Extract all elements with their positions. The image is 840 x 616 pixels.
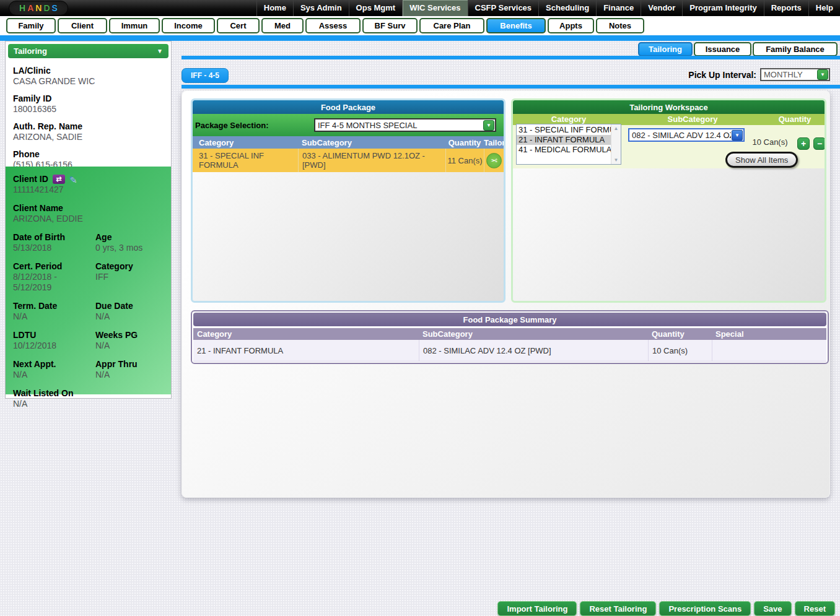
dropdown-arrow-icon[interactable]: ▼ — [817, 69, 828, 80]
tab-benefits[interactable]: Benefits — [486, 18, 546, 33]
swap-client-icon[interactable]: ⇄ — [53, 175, 65, 184]
logo-letter: N — [35, 3, 42, 13]
row-tailor-cell: ✂ — [484, 149, 504, 172]
field-label: Cert. Period — [13, 261, 95, 272]
nav-finance[interactable]: Finance — [596, 0, 641, 16]
nav-program-integrity[interactable]: Program Integrity — [682, 0, 763, 16]
nav-reports[interactable]: Reports — [764, 0, 808, 16]
field-label: Family ID — [13, 93, 164, 104]
benefit-view-tabs: Tailoring Issuance Family Balance — [638, 42, 838, 56]
category-option[interactable]: 31 - SPECIAL INF FORMU — [517, 125, 611, 135]
field-value: 0 yrs, 3 mos — [95, 243, 164, 253]
sidebar-section-header[interactable]: Tailoring ▼ — [8, 44, 168, 58]
dropdown-arrow-icon[interactable]: ▼ — [483, 120, 494, 131]
subcategory-select[interactable]: 082 - SIMILAC ADV 12.4 OZ ▼ — [628, 128, 745, 142]
food-package-summary-title: Food Package Summary — [193, 313, 826, 326]
nav-scheduling[interactable]: Scheduling — [538, 0, 596, 16]
show-all-items-button[interactable]: Show All Items — [725, 152, 798, 168]
scroll-up-icon[interactable]: ▲ — [614, 126, 619, 131]
increase-quantity-button[interactable]: + — [797, 137, 810, 150]
reset-button[interactable]: Reset — [795, 601, 835, 616]
field-label: Wait Listed On — [13, 388, 164, 399]
reset-tailoring-button[interactable]: Reset Tailoring — [580, 601, 656, 616]
tab-med[interactable]: Med — [261, 18, 304, 33]
hands-wic-app: H A N D S Home Sys Admin Ops Mgmt WIC Se… — [0, 0, 840, 616]
client-sidebar: Tailoring ▼ LA/Clinic CASA GRANDE WIC Fa… — [5, 41, 172, 399]
nav-wic-services[interactable]: WIC Services — [402, 0, 467, 16]
pick-up-interval-select[interactable]: MONTHLY ▼ — [760, 68, 830, 81]
field-value: ARIZONA, SADIE — [13, 132, 164, 142]
tab-appts[interactable]: Appts — [548, 18, 594, 33]
food-package-panel: Food Package Package Selection: IFF 4-5 … — [191, 98, 505, 303]
field-row-term-due: Term. Date N/A Due Date N/A — [13, 301, 164, 322]
field-auth-rep-name: Auth. Rep. Name ARIZONA, SADIE — [13, 121, 164, 142]
edit-client-icon[interactable]: ✎ — [69, 175, 77, 184]
tab-income[interactable]: Income — [162, 18, 215, 33]
category-option[interactable]: 41 - MEDICAL FORMULA — [517, 145, 611, 155]
category-option-selected[interactable]: 21 - INFANT FORMULA — [517, 135, 611, 145]
tab-issuance[interactable]: Issuance — [694, 42, 751, 56]
category-listbox[interactable]: 31 - SPECIAL INF FORMU 21 - INFANT FORMU… — [516, 124, 621, 165]
column-header: Quantity — [445, 138, 484, 147]
field-row-nextappt-apprthru: Next Appt. N/A Appr Thru N/A — [13, 359, 164, 380]
food-package-row[interactable]: 31 - SPECIAL INF FORMULA 033 - ALIMENTUM… — [193, 149, 504, 172]
field-value: N/A — [95, 341, 164, 351]
workspace-controls: 31 - SPECIAL INF FORMU 21 - INFANT FORMU… — [513, 125, 825, 168]
scroll-down-icon[interactable]: ▼ — [614, 157, 619, 163]
decrease-quantity-button[interactable]: − — [813, 137, 826, 150]
footer-actions: Import Tailoring Reset Tailoring Prescri… — [0, 601, 835, 616]
blue-underline — [182, 56, 840, 59]
row-category: 21 - INFANT FORMULA — [193, 346, 419, 355]
tab-immun[interactable]: Immun — [109, 18, 160, 33]
tab-cert[interactable]: Cert — [217, 18, 260, 33]
row-quantity: 10 Can(s) — [648, 340, 712, 361]
dropdown-arrow-icon[interactable]: ▼ — [732, 130, 743, 141]
tab-assess[interactable]: Assess — [305, 18, 361, 33]
field-label: Weeks PG — [95, 330, 164, 341]
nav-ops-mgmt[interactable]: Ops Mgmt — [349, 0, 403, 16]
nav-help[interactable]: Help — [808, 0, 840, 16]
field-client-name: Client Name ARIZONA, EDDIE — [13, 203, 164, 224]
field-value: 180016365 — [13, 104, 164, 115]
field-label: Client ID — [13, 174, 48, 184]
chevron-down-icon[interactable]: ▼ — [157, 48, 163, 54]
field-value: 11111421427 — [13, 184, 164, 195]
tailoring-workspace-title: Tailoring Workspace — [513, 100, 825, 114]
prescription-scans-button[interactable]: Prescription Scans — [659, 601, 751, 616]
package-selection-label: Package Selection: — [193, 121, 269, 130]
family-info: LA/Clinic CASA GRANDE WIC Family ID 1800… — [6, 61, 171, 170]
field-client-id: Client ID ⇄ ✎ 11111421427 — [13, 174, 164, 195]
tab-notes[interactable]: Notes — [596, 18, 644, 33]
package-selection-select[interactable]: IFF 4-5 MONTHS SPECIAL ▼ — [314, 118, 496, 132]
tab-tailoring[interactable]: Tailoring — [638, 42, 693, 56]
tab-care-plan[interactable]: Care Plan — [419, 18, 484, 33]
nav-vendor[interactable]: Vendor — [641, 0, 682, 16]
summary-row: 21 - INFANT FORMULA 082 - SIMILAC ADV 12… — [193, 340, 826, 362]
food-package-column-headers: Category SubCategory Quantity Tailor — [193, 136, 504, 149]
tab-client[interactable]: Client — [58, 18, 107, 33]
tab-family[interactable]: Family — [6, 18, 56, 33]
tab-family-balance[interactable]: Family Balance — [753, 42, 838, 56]
save-button[interactable]: Save — [754, 601, 791, 616]
nav-sys-admin[interactable]: Sys Admin — [293, 0, 349, 16]
nav-home[interactable]: Home — [256, 0, 293, 16]
logo-letter: D — [43, 3, 50, 13]
column-header: Quantity — [648, 329, 712, 339]
nav-csfp-services[interactable]: CSFP Services — [468, 0, 539, 16]
row-special — [712, 340, 826, 361]
field-la-clinic: LA/Clinic CASA GRANDE WIC — [13, 66, 164, 87]
tailoring-content-panel: Food Package Package Selection: IFF 4-5 … — [182, 90, 830, 498]
field-label: Category — [95, 261, 164, 272]
field-label: Due Date — [95, 301, 164, 311]
summary-column-headers: Category SubCategory Quantity Special — [193, 328, 826, 340]
blue-underline — [182, 85, 840, 89]
listbox-scrollbar[interactable]: ▲ ▼ — [611, 124, 621, 164]
tailor-scissors-icon[interactable]: ✂ — [486, 153, 502, 168]
field-value: N/A — [13, 370, 95, 380]
package-selection-row: Package Selection: IFF 4-5 MONTHS SPECIA… — [193, 114, 504, 136]
top-bar: H A N D S Home Sys Admin Ops Mgmt WIC Se… — [0, 0, 840, 16]
package-period-tab[interactable]: IFF - 4-5 — [182, 68, 229, 83]
tab-bf-surv[interactable]: BF Surv — [362, 18, 418, 33]
import-tailoring-button[interactable]: Import Tailoring — [497, 601, 577, 616]
logo-letter: H — [19, 3, 25, 13]
